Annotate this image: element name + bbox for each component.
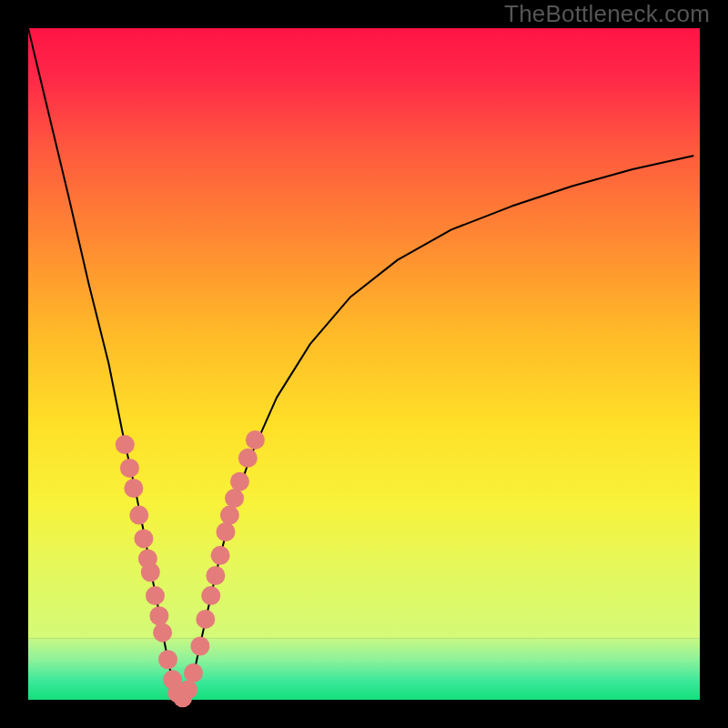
data-marker <box>120 459 139 478</box>
data-marker <box>206 566 225 585</box>
data-marker <box>238 449 258 468</box>
data-marker <box>220 506 239 525</box>
data-marker <box>201 586 220 605</box>
bottleneck-chart <box>0 0 728 728</box>
data-marker <box>129 506 148 525</box>
data-marker <box>134 529 153 548</box>
data-marker <box>196 610 215 629</box>
data-marker <box>246 430 265 450</box>
plot-background-gradient <box>28 28 700 638</box>
data-marker <box>149 606 168 625</box>
data-marker <box>216 522 235 541</box>
data-marker <box>230 472 249 491</box>
data-marker <box>153 623 172 642</box>
chart-container: { "watermark": "TheBottleneck.com", "cha… <box>0 0 728 728</box>
watermark-text: TheBottleneck.com <box>504 0 710 28</box>
data-marker <box>141 562 160 581</box>
data-marker <box>116 435 135 454</box>
data-marker <box>211 546 230 565</box>
data-marker <box>184 663 203 682</box>
data-marker <box>158 650 177 669</box>
data-marker <box>124 479 143 498</box>
data-marker <box>178 680 197 699</box>
data-marker <box>146 586 165 605</box>
plot-background-green-band <box>28 638 700 700</box>
data-marker <box>190 636 209 655</box>
data-marker <box>225 489 244 508</box>
